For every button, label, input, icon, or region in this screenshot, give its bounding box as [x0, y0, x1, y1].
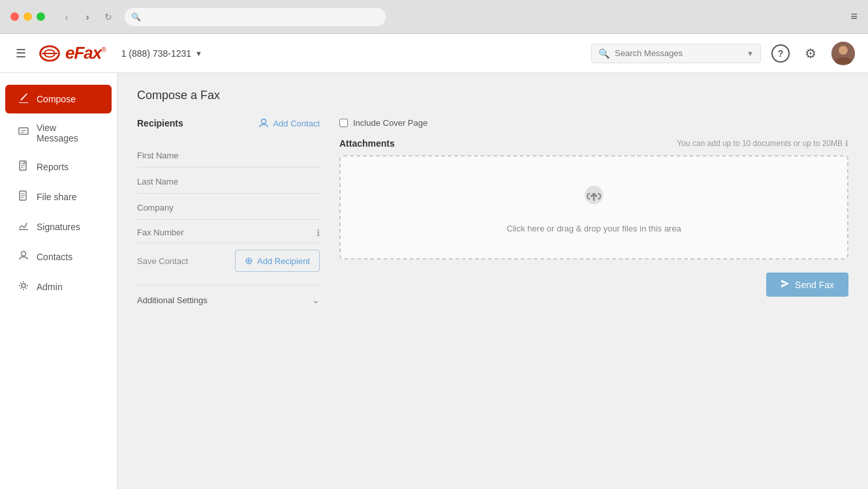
search-dropdown-icon[interactable]: ▼: [747, 50, 754, 57]
sidebar-label-admin: Admin: [37, 282, 63, 292]
help-button[interactable]: ?: [771, 44, 790, 63]
attachments-note: You can add up to 10 documents or up to …: [677, 139, 848, 148]
app-header: ☰ eFax® 1 (888) 738-1231 ▼ 🔍 ▼ ?: [0, 34, 868, 73]
app-container: ☰ eFax® 1 (888) 738-1231 ▼ 🔍 ▼ ?: [0, 34, 868, 489]
sidebar-item-reports[interactable]: Reports: [5, 153, 112, 181]
add-recipient-button[interactable]: ⊕ Add Recipient: [235, 250, 320, 272]
first-name-input[interactable]: [137, 144, 320, 168]
cover-page-row: Include Cover Page: [339, 118, 848, 128]
settings-button[interactable]: ⚙: [800, 43, 821, 64]
reports-icon: [18, 160, 29, 173]
svg-rect-6: [19, 128, 28, 134]
page-title: Compose a Fax: [137, 89, 848, 102]
save-contact-button[interactable]: Save Contact: [137, 252, 188, 270]
svg-point-10: [22, 252, 26, 256]
send-icon: [781, 279, 790, 290]
additional-settings-row[interactable]: Additional Settings ⌄: [137, 285, 320, 305]
cover-page-checkbox[interactable]: [339, 119, 348, 127]
browser-chrome: ‹ › ↻ 🔍 ≡: [0, 0, 868, 34]
sidebar-label-file-share: File share: [37, 192, 76, 202]
sidebar-label-view-messages: View Messages: [37, 123, 99, 143]
search-input[interactable]: [615, 48, 741, 58]
sidebar-item-file-share[interactable]: File share: [5, 183, 112, 211]
user-avatar[interactable]: [831, 42, 855, 65]
traffic-lights: [10, 12, 45, 21]
sidebar-label-compose: Compose: [37, 94, 76, 104]
hamburger-icon[interactable]: ☰: [13, 44, 29, 63]
svg-point-12: [262, 119, 266, 124]
fax-number-row: ℹ: [137, 222, 320, 243]
header-right: 🔍 ▼ ? ⚙: [591, 42, 855, 65]
browser-search-bar[interactable]: 🔍: [125, 8, 386, 26]
sidebar-item-view-messages[interactable]: View Messages: [5, 115, 112, 151]
sidebar-label-signatures: Signatures: [37, 222, 80, 232]
chevron-down-icon: ⌄: [312, 295, 320, 305]
sidebar-item-signatures[interactable]: Signatures: [5, 213, 112, 241]
company-input[interactable]: [137, 196, 320, 220]
drop-zone-text: Click here or drag & drop your files in …: [506, 224, 681, 233]
compose-icon: [18, 93, 29, 106]
search-icon: 🔍: [131, 12, 141, 22]
sidebar-item-admin[interactable]: Admin: [5, 273, 112, 301]
browser-menu-icon[interactable]: ≡: [850, 10, 858, 23]
sidebar-item-contacts[interactable]: Contacts: [5, 243, 112, 271]
right-panel: Include Cover Page Attachments You can a…: [339, 118, 848, 297]
minimize-button[interactable]: [23, 12, 32, 21]
sidebar-item-compose[interactable]: Compose: [5, 85, 112, 113]
fax-number-input[interactable]: [137, 222, 313, 243]
maximize-button[interactable]: [37, 12, 45, 21]
cover-page-label[interactable]: Include Cover Page: [353, 118, 427, 128]
reload-button[interactable]: ↻: [100, 8, 117, 25]
phone-number-text: 1 (888) 738-1231: [121, 48, 191, 59]
attachments-info-icon[interactable]: ℹ: [845, 139, 848, 148]
add-contact-button[interactable]: Add Contact: [258, 118, 320, 128]
recipients-title: Recipients: [137, 118, 183, 128]
efax-logo-svg: [39, 42, 65, 65]
sidebar-label-contacts: Contacts: [37, 252, 72, 262]
add-contact-icon: [258, 118, 269, 128]
messages-icon: [18, 126, 29, 140]
efax-logo[interactable]: eFax®: [39, 42, 106, 65]
file-share-icon: [18, 190, 29, 203]
search-icon: 🔍: [598, 48, 610, 59]
signatures-icon: [18, 220, 29, 233]
file-drop-zone[interactable]: Click here or drag & drop your files in …: [339, 155, 848, 259]
svg-point-5: [839, 46, 847, 54]
back-button[interactable]: ‹: [58, 8, 75, 25]
sidebar-label-reports: Reports: [37, 162, 69, 172]
send-fax-button[interactable]: Send Fax: [766, 273, 848, 297]
phone-number-selector[interactable]: 1 (888) 738-1231 ▼: [121, 48, 202, 59]
admin-icon: [18, 280, 29, 293]
upload-icon: [578, 182, 610, 216]
close-button[interactable]: [10, 12, 19, 21]
fax-info-icon[interactable]: ℹ: [317, 228, 320, 238]
add-recipient-plus-icon: ⊕: [245, 255, 253, 267]
browser-nav: ‹ › ↻: [58, 8, 117, 25]
attachments-title: Attachments: [339, 138, 395, 149]
attachments-header: Attachments You can add up to 10 documen…: [339, 138, 848, 149]
sidebar: Compose View Messages Reports: [0, 73, 117, 489]
efax-text: eFax®: [65, 43, 106, 63]
last-name-input[interactable]: [137, 170, 320, 194]
phone-dropdown-icon[interactable]: ▼: [195, 50, 202, 57]
contacts-icon: [18, 250, 29, 263]
recipients-panel: Recipients Add Contact ℹ Sav: [137, 118, 320, 305]
settings-icon: ⚙: [805, 46, 816, 61]
compose-form: Recipients Add Contact ℹ Sav: [137, 118, 848, 305]
content-area: Compose a Fax Recipients Add Contact: [117, 73, 868, 489]
send-fax-row: Send Fax: [339, 273, 848, 297]
main-area: Compose View Messages Reports: [0, 73, 868, 489]
recipient-actions: Save Contact ⊕ Add Recipient: [137, 250, 320, 272]
recipients-header: Recipients Add Contact: [137, 118, 320, 136]
search-bar[interactable]: 🔍 ▼: [591, 44, 761, 63]
forward-button[interactable]: ›: [79, 8, 96, 25]
